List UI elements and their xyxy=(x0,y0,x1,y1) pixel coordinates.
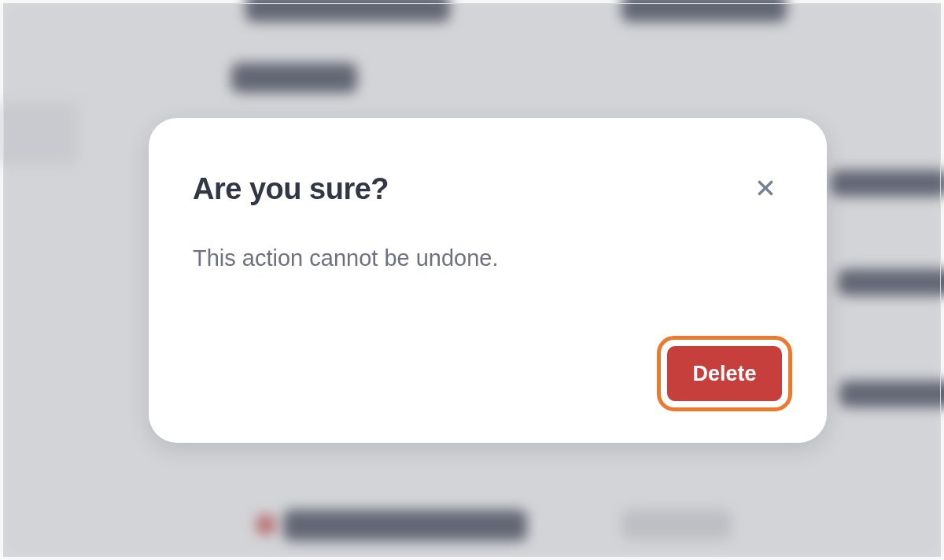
bg-shape xyxy=(245,0,450,22)
bg-shape xyxy=(621,0,787,22)
bg-shape xyxy=(231,63,357,93)
bg-shape xyxy=(838,269,944,296)
confirm-delete-dialog: Are you sure? This action cannot be undo… xyxy=(149,118,827,443)
dialog-title: Are you sure? xyxy=(193,172,389,206)
bg-shape xyxy=(283,510,527,541)
dialog-header: Are you sure? xyxy=(193,171,783,206)
bg-shape xyxy=(839,381,944,407)
close-icon xyxy=(755,178,776,201)
delete-highlight-ring: Delete xyxy=(657,336,792,411)
bg-shape xyxy=(831,170,944,197)
delete-button[interactable]: Delete xyxy=(667,346,782,401)
dialog-message: This action cannot be undone. xyxy=(193,245,783,271)
bg-shape xyxy=(256,514,276,535)
close-button[interactable] xyxy=(748,171,783,206)
bg-shape xyxy=(621,510,732,540)
dialog-footer: Delete xyxy=(657,336,792,411)
bg-shape xyxy=(0,102,79,165)
